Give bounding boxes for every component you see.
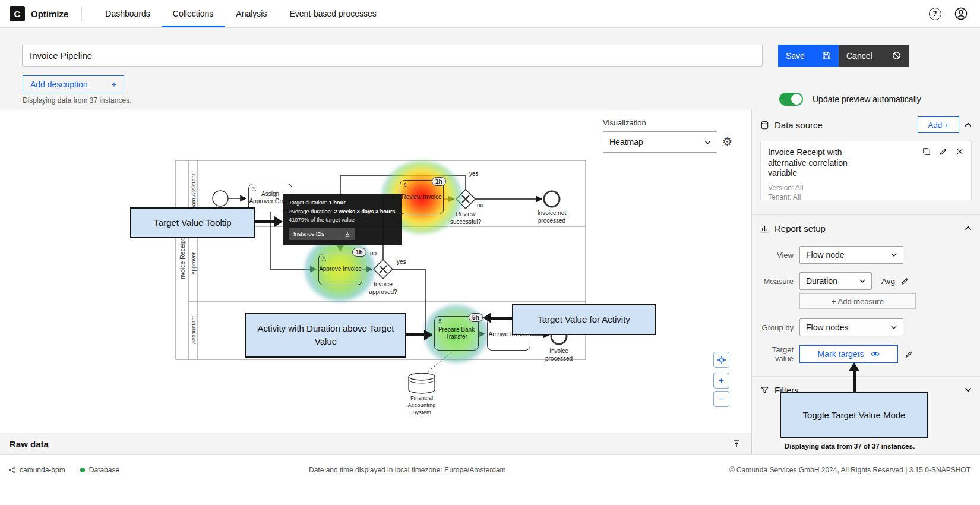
callout-arrowhead (274, 216, 283, 227)
target-value-row: Target value Mark targets (752, 345, 972, 363)
callout-arrowhead (483, 313, 491, 323)
gateway-invoice-approved (374, 260, 393, 279)
raw-data-title: Raw data (10, 439, 49, 449)
measure-value: Duration (806, 276, 837, 286)
report-setup-header: Report setup (752, 219, 980, 237)
edit-target-values-icon[interactable] (905, 350, 913, 358)
group-by-dropdown[interactable]: Flow nodes (799, 318, 903, 336)
section-divider (752, 214, 980, 215)
tab-dashboards[interactable]: Dashboards (94, 0, 162, 27)
plus-icon: + (112, 80, 116, 89)
data-source-card: Invoice Receipt with alternative correla… (760, 141, 972, 200)
tab-analysis[interactable]: Analysis (225, 0, 278, 27)
tooltip-target-value: 1 hour (328, 199, 345, 206)
user-task-icon (321, 256, 327, 261)
add-description-label: Add description (30, 80, 88, 89)
add-measure-button[interactable]: + Add measure (799, 293, 916, 309)
callout-target-value-for-activity: Target Value for Activity (512, 304, 656, 335)
instance-ids-label: Instance IDs (293, 230, 324, 239)
chevron-up-icon[interactable] (965, 122, 972, 127)
instances-note: Displaying data from 37 instances. (23, 96, 131, 105)
chevron-down-icon[interactable] (965, 387, 972, 392)
user-task-icon (437, 318, 442, 324)
task-label: Approve Invoice (319, 266, 362, 273)
target-badge-approve-invoice[interactable]: 1h (352, 248, 366, 257)
raw-data-bar[interactable]: Raw data (0, 433, 751, 454)
data-source-tenant: Tenant: All (768, 193, 964, 202)
top-navigation: C Optimize Dashboards Collections Analys… (0, 0, 980, 28)
instance-ids-button[interactable]: Instance IDs (289, 228, 355, 240)
optimize-app: C Optimize Dashboards Collections Analys… (0, 0, 980, 505)
measure-row: Measure Duration Avg (752, 272, 972, 290)
user-task-icon (403, 182, 408, 188)
edit-aggregation-icon[interactable] (901, 277, 909, 285)
panel-instances-note: Displaying data from 37 of 37 instances. (752, 443, 980, 450)
data-source-title: Data source (774, 120, 823, 130)
toggle-knob (791, 94, 802, 105)
user-profile-icon[interactable] (954, 7, 968, 21)
cancel-button[interactable]: Cancel (839, 45, 909, 67)
edge-label-no: no (477, 202, 483, 209)
help-icon[interactable]: ? (928, 7, 942, 21)
report-name-input[interactable] (22, 45, 763, 67)
mark-targets-label: Mark targets (818, 349, 864, 359)
status-footer: camunda-bpm Database Date and time displ… (0, 454, 980, 484)
database-label: Database (89, 466, 119, 474)
task-label: Review Invoice (402, 194, 441, 201)
save-button[interactable]: Save (778, 45, 839, 67)
update-preview-label: Update preview automatically (813, 94, 921, 104)
engine-name: camunda-bpm (20, 466, 65, 474)
add-measure-row: + Add measure (752, 293, 972, 309)
measure-dropdown[interactable]: Duration (799, 272, 872, 290)
chevron-up-icon[interactable] (965, 226, 972, 231)
end-event-not-processed (544, 191, 559, 207)
bar-chart-icon (760, 224, 769, 233)
update-preview-toggle[interactable] (779, 93, 803, 106)
data-source-header: Data source Add + (752, 116, 980, 134)
tab-event-based-processes[interactable]: Event-based processes (278, 0, 387, 27)
datastore-shape (409, 373, 435, 393)
data-source-name: Invoice Receipt with alternative correla… (768, 147, 878, 179)
section-divider (752, 376, 980, 377)
tooltip-average-label: Average duration: (289, 208, 332, 214)
group-by-row: Group by Flow nodes (752, 318, 972, 336)
tooltip-target-label: Target duration: (289, 199, 327, 206)
callout-activity-above-target: Activity with Duration above Target Valu… (245, 313, 406, 358)
data-source-version: Version: All (768, 184, 964, 192)
logo-letter: C (14, 9, 21, 19)
nav-divider (81, 6, 82, 21)
target-badge-review-invoice[interactable]: 1h (432, 177, 446, 186)
task-approve-invoice[interactable]: Approve Invoice (318, 254, 362, 285)
camunda-logo: C (10, 6, 25, 21)
add-description-button[interactable]: Add description + (23, 75, 124, 93)
edge-label-yes: yes (469, 171, 479, 177)
task-label: Prepare Bank Transfer (435, 326, 478, 341)
edit-icon[interactable] (939, 147, 947, 156)
close-icon[interactable] (956, 147, 964, 156)
filter-funnel-icon (760, 386, 769, 394)
add-data-source-button[interactable]: Add + (918, 116, 959, 133)
database-icon (760, 121, 769, 130)
callout-arrow (255, 220, 276, 223)
data-source-actions (922, 147, 964, 156)
callout-arrowhead (849, 362, 859, 371)
download-icon (344, 231, 350, 237)
app-title: Optimize (31, 9, 68, 19)
chevron-down-icon (891, 326, 897, 329)
report-canvas: Visualization Heatmap ⚙ (0, 110, 751, 433)
view-value: Flow node (806, 250, 845, 260)
target-badge-prepare-bank-transfer[interactable]: 5h (469, 313, 483, 322)
callout-arrow (406, 333, 425, 336)
tab-collections[interactable]: Collections (162, 0, 225, 27)
copy-icon[interactable] (922, 147, 931, 156)
mark-targets-button[interactable]: Mark targets (799, 345, 898, 363)
aggregation-label: Avg (881, 277, 895, 286)
view-dropdown[interactable]: Flow node (799, 246, 903, 264)
open-raw-data-panel-icon[interactable] (732, 440, 741, 448)
start-event (213, 191, 228, 206)
edge-label-yes: yes (397, 258, 406, 265)
update-preview-row: Update preview automatically (779, 93, 921, 106)
eye-icon (871, 350, 880, 359)
target-value-label: Target value (752, 345, 799, 363)
view-label: View (752, 251, 799, 260)
